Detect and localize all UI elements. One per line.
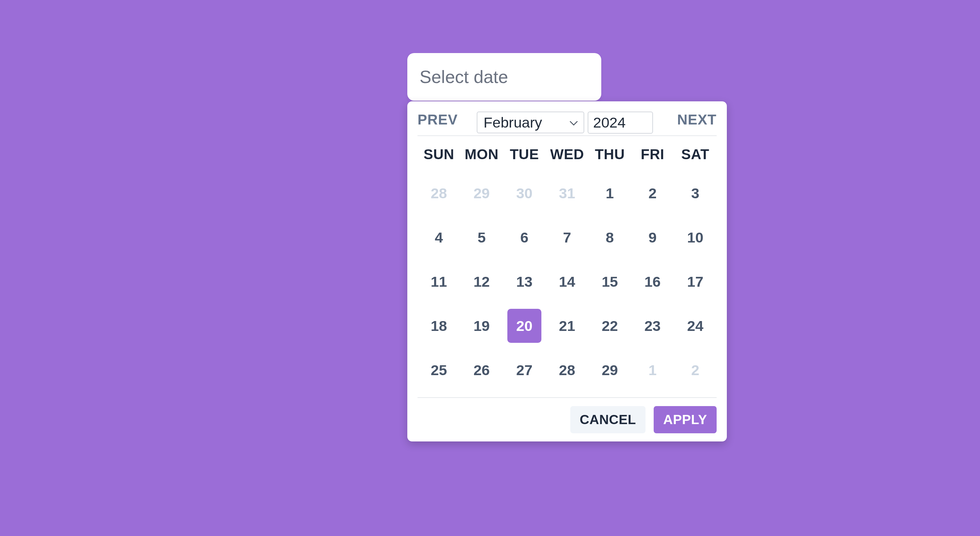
day-cell[interactable]: 1 [631, 353, 674, 387]
apply-button[interactable]: APPLY [654, 406, 717, 433]
day-number: 13 [503, 265, 546, 299]
day-number: 26 [460, 353, 503, 387]
calendar-header: PREV February NEXT [417, 111, 717, 136]
weekday-tue: TUE [503, 146, 546, 163]
day-cell[interactable]: 10 [674, 220, 717, 254]
day-number: 19 [460, 309, 503, 343]
day-number: 6 [503, 220, 546, 254]
weekday-mon: MON [460, 146, 503, 163]
day-cell[interactable]: 13 [503, 265, 546, 299]
day-cell[interactable]: 26 [460, 353, 503, 387]
day-number: 28 [417, 176, 460, 210]
day-cell[interactable]: 27 [503, 353, 546, 387]
cancel-button[interactable]: CANCEL [570, 406, 646, 433]
day-number: 24 [674, 309, 717, 343]
day-number: 25 [417, 353, 460, 387]
days-grid: 2829303112345678910111213141516171819202… [417, 166, 717, 397]
day-cell[interactable]: 30 [503, 176, 546, 210]
weekday-thu: THU [588, 146, 631, 163]
day-cell[interactable]: 2 [674, 353, 717, 387]
day-cell[interactable]: 9 [631, 220, 674, 254]
year-input[interactable] [588, 111, 653, 134]
day-number: 2 [631, 176, 674, 210]
day-number: 29 [588, 353, 631, 387]
day-cell[interactable]: 12 [460, 265, 503, 299]
day-number: 18 [417, 309, 460, 343]
day-cell[interactable]: 17 [674, 265, 717, 299]
day-number: 30 [503, 176, 546, 210]
day-cell[interactable]: 11 [417, 265, 460, 299]
day-number: 4 [417, 220, 460, 254]
day-number: 10 [674, 220, 717, 254]
prev-month-button[interactable]: PREV [417, 111, 458, 128]
day-cell[interactable]: 20 [503, 309, 546, 343]
month-select[interactable]: February [477, 111, 584, 133]
day-cell[interactable]: 5 [460, 220, 503, 254]
day-number: 8 [588, 220, 631, 254]
day-cell[interactable]: 23 [631, 309, 674, 343]
weekday-row: SUN MON TUE WED THU FRI SAT [417, 136, 717, 166]
day-number: 3 [674, 176, 717, 210]
day-number: 21 [546, 309, 589, 343]
day-number: 12 [460, 265, 503, 299]
day-cell[interactable]: 8 [588, 220, 631, 254]
month-select-wrapper: February [477, 111, 584, 134]
calendar-panel: PREV February NEXT SUN MON TUE WED THU F… [407, 101, 727, 441]
day-number: 11 [417, 265, 460, 299]
next-month-button[interactable]: NEXT [677, 111, 717, 128]
date-input[interactable] [407, 53, 601, 101]
day-number: 20 [508, 309, 541, 343]
day-number: 27 [503, 353, 546, 387]
day-number: 17 [674, 265, 717, 299]
month-year-group: February [477, 111, 653, 134]
day-cell[interactable]: 4 [417, 220, 460, 254]
weekday-wed: WED [546, 146, 589, 163]
weekday-fri: FRI [631, 146, 674, 163]
day-cell[interactable]: 19 [460, 309, 503, 343]
day-number: 28 [546, 353, 589, 387]
day-cell[interactable]: 28 [546, 353, 589, 387]
day-cell[interactable]: 18 [417, 309, 460, 343]
weekday-sat: SAT [674, 146, 717, 163]
day-cell[interactable]: 29 [460, 176, 503, 210]
weekday-sun: SUN [417, 146, 460, 163]
day-number: 1 [588, 176, 631, 210]
day-cell[interactable]: 16 [631, 265, 674, 299]
day-number: 23 [631, 309, 674, 343]
day-cell[interactable]: 2 [631, 176, 674, 210]
day-number: 31 [546, 176, 589, 210]
day-cell[interactable]: 29 [588, 353, 631, 387]
day-number: 16 [631, 265, 674, 299]
day-number: 29 [460, 176, 503, 210]
day-cell[interactable]: 6 [503, 220, 546, 254]
day-number: 14 [546, 265, 589, 299]
day-cell[interactable]: 14 [546, 265, 589, 299]
day-cell[interactable]: 31 [546, 176, 589, 210]
day-number: 7 [546, 220, 589, 254]
day-number: 2 [674, 353, 717, 387]
day-number: 1 [631, 353, 674, 387]
day-number: 22 [588, 309, 631, 343]
day-cell[interactable]: 1 [588, 176, 631, 210]
day-cell[interactable]: 21 [546, 309, 589, 343]
day-number: 5 [460, 220, 503, 254]
calendar-footer: CANCEL APPLY [417, 397, 717, 433]
day-cell[interactable]: 7 [546, 220, 589, 254]
day-cell[interactable]: 25 [417, 353, 460, 387]
day-cell[interactable]: 3 [674, 176, 717, 210]
day-cell[interactable]: 22 [588, 309, 631, 343]
day-cell[interactable]: 28 [417, 176, 460, 210]
day-cell[interactable]: 15 [588, 265, 631, 299]
day-cell[interactable]: 24 [674, 309, 717, 343]
day-number: 9 [631, 220, 674, 254]
day-number: 15 [588, 265, 631, 299]
